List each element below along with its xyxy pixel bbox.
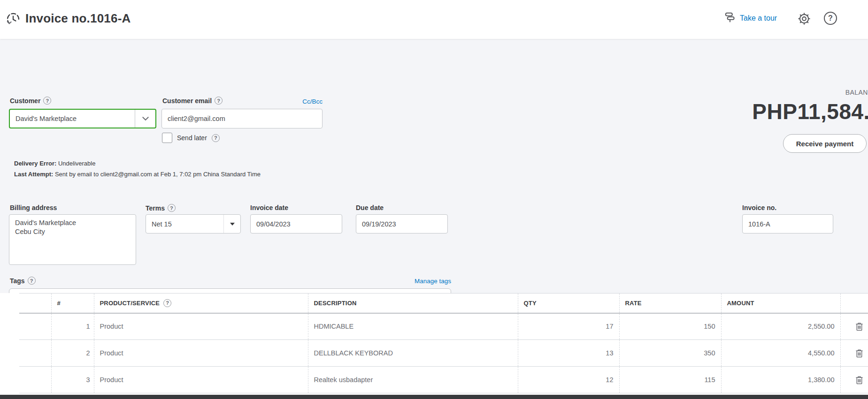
- help-icon[interactable]: [824, 12, 837, 25]
- rate-cell[interactable]: 115: [619, 367, 721, 393]
- line-items-table: # PRODUCT/SERVICE DESCRIPTION QTY RATE A…: [19, 293, 868, 393]
- customer-combobox[interactable]: [9, 109, 156, 128]
- take-a-tour-button[interactable]: Take a tour: [724, 11, 777, 25]
- manage-tags-link[interactable]: Manage tags: [282, 278, 451, 285]
- amount-column-header: AMOUNT: [721, 294, 840, 313]
- product-cell[interactable]: Product: [94, 340, 308, 367]
- row-number: 2: [51, 340, 94, 367]
- rate-column-header: RATE: [619, 294, 721, 313]
- billing-address-textarea[interactable]: David's Marketplace Cebu City: [9, 214, 136, 265]
- row-drag-cell: [19, 367, 51, 393]
- amount-cell[interactable]: 4,550.00: [721, 340, 840, 367]
- table-row: 3 Product Realtek usbadapter 12 115 1,38…: [19, 367, 868, 393]
- footer-toolbar: [0, 395, 868, 399]
- last-attempt-value: Sent by email to client2@gmail.com at Fe…: [55, 171, 261, 178]
- table-row: 1 Product HDMICABLE 17 150 2,550.00: [19, 313, 868, 340]
- product-header-text: PRODUCT/SERVICE: [100, 300, 160, 307]
- terms-help-icon[interactable]: [168, 204, 176, 212]
- tags-label: Tags: [10, 277, 36, 285]
- row-number: 1: [51, 313, 94, 340]
- delivery-error-value: Undeliverable: [58, 160, 96, 167]
- invoice-no-label: Invoice no.: [742, 204, 776, 211]
- terms-label-text: Terms: [146, 204, 165, 212]
- qty-column-header: QTY: [518, 294, 619, 313]
- line-items-section: # PRODUCT/SERVICE DESCRIPTION QTY RATE A…: [0, 293, 868, 399]
- tags-label-text: Tags: [10, 277, 25, 285]
- table-header-row: # PRODUCT/SERVICE DESCRIPTION QTY RATE A…: [19, 294, 868, 313]
- amount-cell[interactable]: 1,380.00: [721, 367, 840, 393]
- table-row: 2 Product DELLBLACK KEYBORAD 13 350 4,55…: [19, 340, 868, 367]
- rate-cell[interactable]: 150: [619, 313, 721, 340]
- billing-address-label: Billing address: [10, 204, 57, 211]
- cc-bcc-link[interactable]: Cc/Bcc: [0, 98, 323, 105]
- trash-cell: [840, 340, 868, 367]
- delivery-error-label: Delivery Error:: [14, 160, 56, 167]
- row-drag-cell: [19, 313, 51, 340]
- signpost-icon: [724, 11, 736, 25]
- send-later-label: Send later: [177, 134, 207, 142]
- caret-down-icon: [230, 223, 235, 226]
- trash-icon[interactable]: [853, 347, 865, 359]
- description-cell[interactable]: Realtek usbadapter: [308, 367, 518, 393]
- take-a-tour-label: Take a tour: [740, 14, 777, 23]
- delivery-status: Delivery Error: Undeliverable Last Attem…: [14, 158, 261, 180]
- top-bar: Invoice no.1016-A Take a tour: [0, 0, 868, 39]
- product-cell[interactable]: Product: [94, 367, 308, 393]
- due-date-input[interactable]: [356, 214, 448, 233]
- description-cell[interactable]: DELLBLACK KEYBORAD: [308, 340, 518, 367]
- rate-cell[interactable]: 350: [619, 340, 721, 367]
- trash-icon[interactable]: [853, 374, 865, 385]
- row-drag-cell: [19, 340, 51, 367]
- due-date-label: Due date: [356, 204, 384, 211]
- terms-select[interactable]: Net 15: [146, 214, 241, 233]
- last-attempt-line: Last Attempt: Sent by email to client2@g…: [14, 169, 261, 180]
- balance-due-amount: PHP11,584.00: [657, 99, 868, 124]
- delivery-error-line: Delivery Error: Undeliverable: [14, 158, 261, 169]
- qty-cell[interactable]: 13: [518, 340, 619, 367]
- balance-due-label: BALANCE DUE: [713, 89, 868, 96]
- receive-payment-button[interactable]: Receive payment: [783, 134, 867, 153]
- qty-cell[interactable]: 17: [518, 313, 619, 340]
- terms-label: Terms: [146, 204, 176, 212]
- qty-cell[interactable]: 12: [518, 367, 619, 393]
- last-attempt-label: Last Attempt:: [14, 171, 53, 178]
- invoice-form-section: Customer Customer email Cc/Bcc Send late…: [0, 39, 868, 293]
- tags-help-icon[interactable]: [28, 277, 36, 285]
- trash-cell: [840, 313, 868, 340]
- send-later-checkbox[interactable]: [162, 133, 172, 143]
- description-cell[interactable]: HDMICABLE: [308, 313, 518, 340]
- customer-input[interactable]: [10, 110, 135, 128]
- row-number: 3: [51, 367, 94, 393]
- gear-icon[interactable]: [797, 12, 811, 26]
- description-column-header: DESCRIPTION: [308, 294, 518, 313]
- invoice-page: Invoice no.1016-A Take a tour Cust: [0, 0, 868, 399]
- manage-tags-text[interactable]: Manage tags: [415, 278, 451, 285]
- product-column-header: PRODUCT/SERVICE: [94, 294, 308, 313]
- invoice-date-input[interactable]: [250, 214, 342, 233]
- recurring-invoice-icon: [6, 12, 21, 27]
- trash-column-header: [840, 294, 868, 313]
- trash-icon[interactable]: [853, 321, 865, 332]
- chevron-down-icon[interactable]: [135, 110, 155, 128]
- cc-bcc-text[interactable]: Cc/Bcc: [302, 98, 323, 105]
- customer-email-input[interactable]: [161, 109, 323, 128]
- terms-caret-box[interactable]: [223, 215, 240, 233]
- send-later-help-icon[interactable]: [212, 134, 220, 142]
- product-cell[interactable]: Product: [94, 313, 308, 340]
- handle-column-header: [19, 294, 51, 313]
- num-column-header: #: [51, 294, 94, 313]
- amount-cell[interactable]: 2,550.00: [721, 313, 840, 340]
- send-later-row: Send later: [162, 133, 220, 143]
- invoice-no-input[interactable]: [742, 214, 833, 233]
- invoice-date-label: Invoice date: [250, 204, 288, 211]
- product-service-help-icon[interactable]: [163, 299, 171, 307]
- trash-cell: [840, 367, 868, 393]
- terms-value: Net 15: [146, 220, 223, 228]
- page-title: Invoice no.1016-A: [25, 11, 131, 26]
